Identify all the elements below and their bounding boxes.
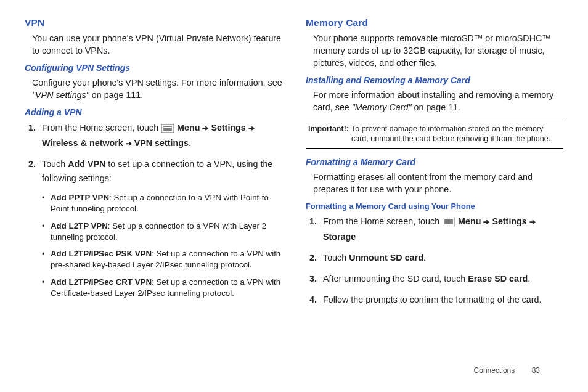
page: VPN You can use your phone's VPN (Virtua… [0, 0, 588, 320]
left-column: VPN You can use your phone's VPN (Virtua… [25, 17, 282, 314]
bullet-title: Add L2TP/IPSec CRT VPN [51, 277, 152, 287]
important-note: Important!: To prevent damage to informa… [306, 120, 563, 149]
format-step-1: 1. From the Home screen, touch Menu ➔ Se… [323, 214, 563, 243]
heading-format-phone: Formatting a Memory Card using Your Phon… [306, 202, 563, 211]
install-text: For more information about installing an… [306, 89, 563, 113]
heading-memory-card: Memory Card [306, 17, 563, 28]
step2-text-a: Touch [42, 159, 68, 169]
heading-install-mem: Installing and Removing a Memory Card [306, 75, 563, 85]
step2-addvpn: Add VPN [68, 159, 105, 169]
footer-section: Connections [474, 366, 515, 375]
fstep2-a: Touch [323, 253, 349, 263]
vpn-steps: 1. From the Home screen, touch Menu ➔ Se… [25, 121, 282, 185]
fstep1-storage: Storage [323, 232, 356, 242]
bullet-title: Add L2TP VPN [51, 221, 108, 231]
fstep1-settings: Settings [492, 216, 529, 226]
mem-intro: Your phone supports removable microSD™ o… [306, 32, 563, 69]
important-text: To prevent damage to information stored … [351, 124, 561, 144]
arrow-icon: ➔ [202, 124, 208, 133]
step1-vpn: VPN settings [134, 138, 189, 148]
footer-page-number: 83 [532, 366, 540, 375]
menu-icon [161, 123, 174, 136]
arrow-icon: ➔ [483, 218, 489, 226]
bullet-l2tp-psk: Add L2TP/IPSec PSK VPN: Set up a connect… [51, 248, 282, 271]
vpn-bullet-list: Add PPTP VPN: Set up a connection to a V… [25, 192, 282, 300]
install-ref: "Memory Card" [352, 102, 412, 112]
arrow-icon: ➔ [126, 139, 132, 148]
config-text-b: on page 111. [89, 90, 143, 100]
step-number: 3. [309, 272, 317, 285]
heading-config-vpn: Configuring VPN Settings [25, 63, 282, 73]
format-step-3: 3. After unmounting the SD card, touch E… [323, 272, 563, 285]
config-text: Configure your phone's VPN settings. For… [25, 76, 282, 101]
vpn-intro: You can use your phone's VPN (Virtual Pr… [25, 32, 282, 57]
step-number: 4. [309, 293, 317, 306]
fstep2-b: Unmount SD card [349, 253, 423, 263]
step-number: 1. [28, 121, 36, 134]
right-column: Memory Card Your phone supports removabl… [306, 17, 563, 314]
fstep4: Follow the prompts to confirm the format… [323, 295, 541, 304]
format-text: Formatting erases all content from the m… [306, 171, 563, 195]
fstep3-b: Erase SD card [468, 274, 528, 284]
config-text-a: Configure your phone's VPN settings. For… [32, 78, 282, 88]
bullet-title: Add PPTP VPN [51, 193, 109, 202]
fstep3-a: After unmounting the SD card, touch [323, 274, 468, 284]
vpn-step-2: 2. Touch Add VPN to set up a connection … [42, 157, 282, 184]
step1-menu: Menu [177, 123, 202, 133]
fstep1-text-a: From the Home screen, touch [323, 216, 442, 226]
vpn-step-1: 1. From the Home screen, touch Menu ➔ Se… [42, 121, 282, 150]
arrow-icon: ➔ [529, 218, 536, 226]
menu-icon [443, 216, 455, 230]
heading-adding-vpn: Adding a VPN [25, 107, 282, 117]
heading-vpn: VPN [25, 17, 282, 28]
format-steps: 1. From the Home screen, touch Menu ➔ Se… [306, 214, 563, 307]
fstep1-menu: Menu [458, 216, 483, 226]
step-number: 2. [309, 251, 317, 264]
install-text-b: on page 11. [412, 102, 461, 112]
bullet-l2tp-crt: Add L2TP/IPSec CRT VPN: Set up a connect… [51, 277, 282, 299]
step-number: 2. [28, 157, 36, 171]
arrow-icon: ➔ [248, 124, 255, 133]
step1-settings: Settings [211, 123, 248, 133]
step1-wireless: Wireless & network [42, 138, 126, 148]
important-label: Important!: [308, 124, 349, 144]
bullet-pptp: Add PPTP VPN: Set up a connection to a V… [51, 192, 282, 214]
format-step-4: 4. Follow the prompts to confirm the for… [323, 293, 563, 306]
bullet-l2tp: Add L2TP VPN: Set up a connection to a V… [51, 221, 282, 243]
config-ref: "VPN settings" [32, 90, 89, 100]
heading-format-mem: Formatting a Memory Card [306, 157, 563, 167]
page-footer: Connections 83 [474, 366, 540, 375]
format-step-2: 2. Touch Unmount SD card. [323, 251, 563, 264]
step-number: 1. [309, 214, 317, 228]
bullet-title: Add L2TP/IPSec PSK VPN [51, 249, 152, 258]
step1-text-a: From the Home screen, touch [42, 123, 161, 133]
